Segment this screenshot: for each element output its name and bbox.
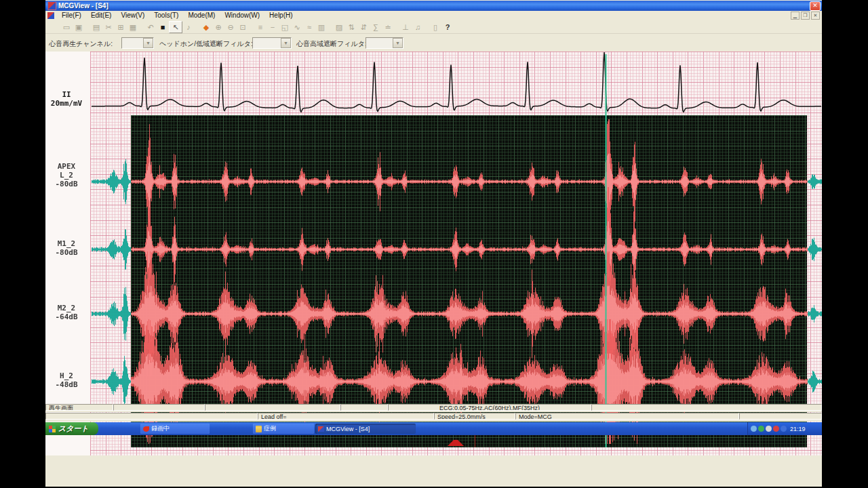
status-lead: Lead off= <box>258 413 434 420</box>
playback-channel-select[interactable]: ▼ <box>121 37 154 49</box>
paste-icon[interactable]: ▦ <box>127 22 139 33</box>
mdi-window-button[interactable]: ✕ <box>811 12 820 20</box>
windows-logo-icon <box>49 426 56 432</box>
filter-icon[interactable]: ≈ <box>303 22 315 33</box>
wave-icon[interactable]: ∿ <box>291 22 303 33</box>
network-icon[interactable] <box>751 426 757 432</box>
channel-label-m1: M1_2 -80dB <box>45 239 87 257</box>
taskbar-item[interactable]: MCGView - [S4] <box>315 424 416 434</box>
audio-icon[interactable] <box>781 426 787 432</box>
mdi-child-icon <box>47 12 54 19</box>
taskbar-item[interactable]: 録画中 <box>140 424 210 434</box>
note-icon[interactable]: ♫ <box>412 22 424 33</box>
fit-icon[interactable]: ⊡ <box>237 22 249 33</box>
channel-label-h: H_2 -48dB <box>45 371 87 389</box>
save-icon[interactable]: ▣ <box>73 22 85 33</box>
waveform-viewport[interactable]: II20mm/mV APEX L_2 -80dB M1_2 -80dB M2_2… <box>45 52 822 455</box>
headphone-filter-label: ヘッドホン/低域遮断フィルタ: <box>159 39 253 49</box>
highcut-filter-label: 心音高域遮断フィルタ: <box>296 39 367 49</box>
zoom-in-icon[interactable]: ⊕ <box>212 22 224 33</box>
marker-icon[interactable]: ◆ <box>200 22 212 33</box>
app-window: MCGView - [S4] ✕ File(F)Edit(E)View(V)To… <box>45 0 822 487</box>
hatch-icon[interactable]: ▨ <box>333 22 345 33</box>
channel-label-m2: M2_2 -64dB <box>45 304 87 321</box>
menu-item[interactable]: Window(W) <box>220 12 264 19</box>
measure-icon[interactable]: ≐ <box>382 22 394 33</box>
ecg-lead-label: II20mm/mV <box>45 90 87 108</box>
status-ecg-filter: ECG:0.05-75Hz,AC(60Hz),MF(35Hz) <box>388 404 591 411</box>
menu-item[interactable]: Help(H) <box>264 12 297 19</box>
stop-icon[interactable]: ■ <box>157 22 169 33</box>
sum-icon[interactable]: ∑ <box>370 22 382 33</box>
menu-item[interactable]: Mode(M) <box>183 12 220 19</box>
app-icon <box>47 1 56 10</box>
cut-icon[interactable]: ✂ <box>102 22 115 33</box>
window-icon[interactable]: ◱ <box>279 22 291 33</box>
status-bar-top: 再生画面 ECG:0.05-75Hz,AC(60Hz),MF(35Hz) <box>45 404 822 412</box>
status-mode: Mode=MCG <box>515 413 739 420</box>
alert-icon[interactable] <box>773 426 779 432</box>
input-icon[interactable] <box>766 426 772 432</box>
waveform-canvas[interactable] <box>45 52 822 455</box>
speaker-icon[interactable]: ♪ <box>182 22 195 33</box>
copy-icon[interactable]: ⊞ <box>115 22 127 33</box>
headphone-filter-select[interactable]: ▼ <box>252 37 292 49</box>
menu-item[interactable]: Edit(E) <box>86 12 117 19</box>
window-title: MCGView - [S4] <box>58 2 108 9</box>
mdi-window-button[interactable]: ▁ <box>791 12 800 20</box>
ruler-icon[interactable]: ≡ <box>254 22 267 33</box>
channel-label-apex: APEX L_2 -80dB <box>45 162 87 188</box>
taskbar-clock: 21:19 <box>790 426 806 432</box>
help-icon[interactable]: ? <box>441 22 454 33</box>
taskbar-item-icon <box>256 426 262 432</box>
menu-bar: File(F)Edit(E)View(V)Tools(T)Mode(M)Wind… <box>45 11 822 20</box>
left-pillarbox <box>0 0 45 488</box>
menu-item[interactable]: View(V) <box>116 12 149 19</box>
status-mode-text: 再生画面 <box>45 404 113 411</box>
print-icon[interactable]: ▤ <box>90 22 102 33</box>
anchor-icon[interactable]: ⊥ <box>399 22 412 33</box>
screen: MCGView - [S4] ✕ File(F)Edit(E)View(V)To… <box>0 0 868 488</box>
menu-item[interactable]: File(F) <box>57 12 86 19</box>
close-button[interactable]: ✕ <box>810 1 821 11</box>
taskbar-item-icon <box>318 426 324 432</box>
taskbar-item-icon <box>143 426 149 432</box>
main-toolbar: ▭▣▤✂⊞▦↶■↖♪◆⊕⊖⊡≡−◱∿≈▥▨⇅⇵∑≐⊥♫▯? <box>45 20 822 34</box>
open-icon[interactable]: ▭ <box>60 22 73 33</box>
mdi-window-button[interactable]: ❒ <box>801 12 810 20</box>
right-pillarbox <box>822 0 868 488</box>
play-cursor-icon[interactable]: ↖ <box>169 21 182 33</box>
taskbar: スタート 録画中 症例 MCGView - [S4] <box>45 422 822 435</box>
grid-icon[interactable]: ▥ <box>315 22 328 33</box>
sound-controls-toolbar: 心音再生チャンネル: ▼ ヘッドホン/低域遮断フィルタ: ▼ 心音高域遮断フィル… <box>45 35 822 52</box>
highcut-filter-select[interactable]: ▼ <box>366 37 403 49</box>
status-bar-bottom: Lead off= Speed=25.0mm/s Mode=MCG <box>45 413 822 422</box>
scroll-down-icon[interactable]: ⇵ <box>357 22 370 33</box>
chevron-down-icon[interactable]: ▼ <box>143 38 153 48</box>
minus-icon[interactable]: − <box>267 22 279 33</box>
playback-channel-label: 心音再生チャンネル: <box>49 39 113 49</box>
scroll-up-icon[interactable]: ⇅ <box>345 22 357 33</box>
zoom-out-icon[interactable]: ⊖ <box>224 22 237 33</box>
status-speed: Speed=25.0mm/s <box>434 413 515 420</box>
start-button[interactable]: スタート <box>45 422 98 435</box>
shield-icon[interactable] <box>758 426 764 432</box>
chevron-down-icon[interactable]: ▼ <box>281 38 291 48</box>
page-icon[interactable]: ▯ <box>429 22 441 33</box>
mdi-window-controls: ▁❒✕ <box>791 12 820 20</box>
title-bar[interactable]: MCGView - [S4] ✕ <box>45 1 822 11</box>
taskbar-item[interactable]: 症例 <box>253 424 314 434</box>
menu-item[interactable]: Tools(T) <box>149 12 183 19</box>
system-tray: 21:19 <box>747 422 822 435</box>
undo-icon[interactable]: ↶ <box>144 22 157 33</box>
chevron-down-icon[interactable]: ▼ <box>393 38 403 48</box>
